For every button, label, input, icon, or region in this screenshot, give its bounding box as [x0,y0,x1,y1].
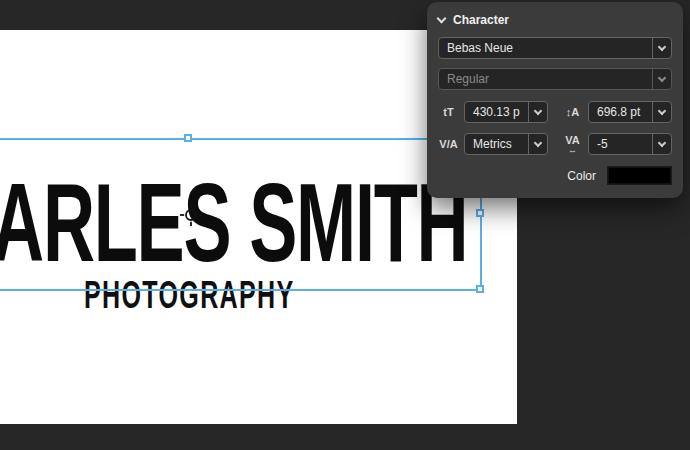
tracking-chevron-icon[interactable] [652,134,671,154]
tracking-dropdown[interactable]: -5 [588,133,672,155]
selection-handle-top-center[interactable] [184,134,192,142]
kerning-control: V/A Metrics [438,133,548,155]
panel-title: Character [453,13,509,27]
selection-box-bottom-edge [0,289,482,291]
tracking-value: -5 [589,134,652,154]
font-family-value: Bebas Neue [439,38,652,58]
kerning-value: Metrics [465,134,528,154]
headline-text-layer[interactable]: ARLES SMITH [0,167,467,279]
font-family-dropdown[interactable]: Bebas Neue [438,37,672,59]
app-window: ARLES SMITH PHOTOGRAPHY Character Bebas … [0,0,690,450]
kerning-icon: V/A [438,139,459,150]
font-size-control: tT 430.13 p [438,101,548,123]
font-size-icon: tT [438,107,459,118]
color-row: Color [438,166,672,185]
panel-collapse-chevron-icon[interactable] [437,13,447,23]
text-color-swatch[interactable] [607,166,672,185]
leading-dropdown[interactable]: 696.8 pt [588,101,672,123]
tracking-control: VA ↔ -5 [562,133,672,155]
leading-control: ↕A 696.8 pt [562,101,672,123]
font-style-chevron-icon[interactable] [652,69,671,89]
type-settings-grid: tT 430.13 p ↕A 696.8 pt V/A Metrics [438,101,672,155]
font-size-dropdown[interactable]: 430.13 p [464,101,548,123]
font-size-chevron-icon[interactable] [528,102,547,122]
subheadline-text-layer[interactable]: PHOTOGRAPHY [84,276,295,314]
leading-chevron-icon[interactable] [652,102,671,122]
kerning-chevron-icon[interactable] [528,134,547,154]
font-style-value: Regular [439,69,652,89]
character-panel: Character Bebas Neue Regular tT 430.13 p… [427,2,683,198]
selection-box-top-edge [0,138,482,140]
move-crosshair-cursor-icon [180,204,202,226]
kerning-dropdown[interactable]: Metrics [464,133,548,155]
selection-handle-right-middle[interactable] [476,209,484,217]
character-panel-header: Character [438,11,672,29]
selection-handle-bottom-right[interactable] [476,285,484,293]
font-size-value: 430.13 p [465,102,528,122]
font-style-dropdown[interactable]: Regular [438,68,672,90]
leading-icon: ↕A [562,107,583,118]
leading-value: 696.8 pt [589,102,652,122]
tracking-icon: VA ↔ [562,135,583,154]
font-family-chevron-icon[interactable] [652,38,671,58]
color-label: Color [567,169,596,183]
